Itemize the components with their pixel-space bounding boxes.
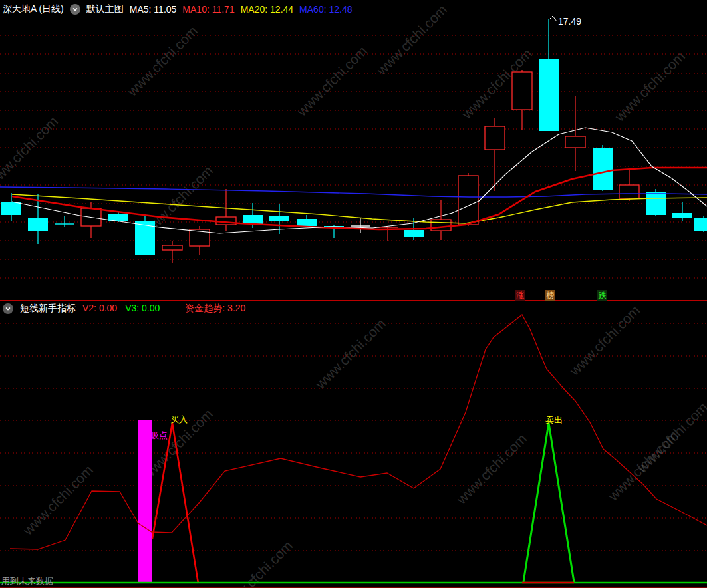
chevron-down-icon[interactable] <box>3 303 13 314</box>
sell-triangle <box>523 423 574 582</box>
sell-signal-label: 卖出 <box>545 414 563 426</box>
ma10-label: MA10: 11.71 <box>182 4 234 15</box>
stock-title[interactable]: 深天地A (日线) <box>3 3 64 15</box>
indicator-title[interactable]: 短线新手指标 <box>20 303 76 315</box>
fund-trend: 资金趋势: 3.20 <box>185 303 245 315</box>
peak-price-label: 17.49 <box>558 16 581 27</box>
rise-badge[interactable]: 涨 <box>515 290 525 301</box>
future-data-note: 用到未来数据 <box>1 575 53 587</box>
absorb-signal-label: 吸点 <box>150 430 168 442</box>
fund-trend-line <box>10 315 707 549</box>
ma5-label: MA5: 11.05 <box>130 4 177 15</box>
ma60-label: MA60: 12.48 <box>299 4 352 15</box>
indicator-values: V2: 0.00V3: 0.00资金趋势: 3.20 <box>82 303 245 315</box>
rank-badge[interactable]: 榜 <box>545 290 555 301</box>
main-chart-header: 深天地A (日线) 默认主图 MA5: 11.05MA10: 11.71MA20… <box>3 3 352 15</box>
fall-badge[interactable]: 跌 <box>597 290 607 301</box>
chart-type-label[interactable]: 默认主图 <box>86 3 124 15</box>
v3-value: V3: 0.00 <box>125 303 160 315</box>
indicator-panel <box>0 301 707 588</box>
ma-legend: MA5: 11.05MA10: 11.71MA20: 12.44MA60: 12… <box>130 4 353 15</box>
chevron-down-icon[interactable] <box>70 4 80 15</box>
ma20-label: MA20: 12.44 <box>241 4 293 15</box>
buy-signal-label: 买入 <box>170 414 188 426</box>
absorb-bar <box>138 420 152 583</box>
buy-spike <box>152 423 198 583</box>
stock-app-window: www.cfchi.comwww.cfchi.comwww.cfchi.comw… <box>0 0 707 588</box>
indicator-panel-header: 短线新手指标 V2: 0.00V3: 0.00资金趋势: 3.20 <box>3 303 245 315</box>
v2-value: V2: 0.00 <box>82 303 117 315</box>
candlestick-panel <box>0 16 707 278</box>
